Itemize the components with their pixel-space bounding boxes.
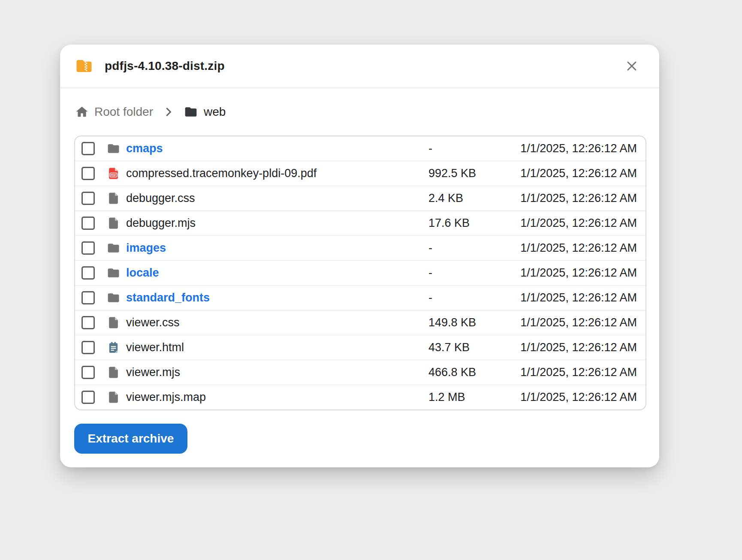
file-size: -: [428, 142, 520, 155]
folder-name-link[interactable]: images: [126, 241, 428, 255]
file-modified: 1/1/2025, 12:26:12 AM: [520, 266, 637, 280]
close-icon[interactable]: [624, 58, 639, 74]
row-checkbox[interactable]: [81, 366, 95, 379]
row-checkbox[interactable]: [81, 217, 95, 230]
file-size: 1.2 MB: [428, 391, 520, 404]
home-icon: [75, 105, 89, 119]
file-name: debugger.mjs: [126, 217, 428, 230]
row-checkbox[interactable]: [81, 316, 95, 329]
folder-name-link[interactable]: standard_fonts: [126, 291, 428, 304]
file-name: viewer.css: [126, 316, 428, 329]
row-checkbox[interactable]: [81, 167, 95, 180]
file-name: viewer.mjs.map: [126, 391, 428, 404]
row-checkbox[interactable]: [81, 241, 95, 255]
breadcrumb-root[interactable]: Root folder: [75, 105, 153, 119]
file-modified: 1/1/2025, 12:26:12 AM: [520, 316, 637, 329]
table-row: images - 1/1/2025, 12:26:12 AM: [75, 235, 645, 260]
file-name: viewer.html: [126, 341, 428, 354]
row-checkbox[interactable]: [81, 341, 95, 354]
pdf-file-icon: [107, 167, 120, 180]
file-size: -: [428, 266, 520, 280]
table-row: debugger.mjs 17.6 KB 1/1/2025, 12:26:12 …: [75, 211, 645, 235]
row-checkbox[interactable]: [81, 192, 95, 205]
breadcrumb: Root folder web: [60, 88, 659, 135]
table-row: viewer.html 43.7 KB 1/1/2025, 12:26:12 A…: [75, 335, 645, 360]
file-modified: 1/1/2025, 12:26:12 AM: [520, 341, 637, 354]
folder-icon: [107, 142, 120, 155]
file-size: 17.6 KB: [428, 217, 520, 230]
file-name: debugger.css: [126, 192, 428, 205]
file-icon: [107, 192, 120, 205]
file-size: -: [428, 291, 520, 304]
extract-archive-button[interactable]: Extract archive: [74, 424, 187, 454]
file-modified: 1/1/2025, 12:26:12 AM: [520, 366, 637, 379]
file-size: -: [428, 241, 520, 255]
row-checkbox[interactable]: [81, 291, 95, 304]
file-icon: [107, 391, 120, 404]
row-checkbox[interactable]: [81, 142, 95, 155]
row-checkbox[interactable]: [81, 391, 95, 404]
file-modified: 1/1/2025, 12:26:12 AM: [520, 291, 637, 304]
folder-icon: [107, 266, 120, 280]
file-size: 992.5 KB: [428, 167, 520, 180]
table-row: viewer.mjs.map 1.2 MB 1/1/2025, 12:26:12…: [75, 385, 645, 409]
folder-name-link[interactable]: locale: [126, 266, 428, 280]
file-icon: [107, 316, 120, 329]
html-file-icon: [107, 341, 120, 354]
zip-archive-icon: [74, 57, 94, 75]
table-row: locale - 1/1/2025, 12:26:12 AM: [75, 260, 645, 285]
file-size: 149.8 KB: [428, 316, 520, 329]
zip-viewer-dialog: pdfjs-4.10.38-dist.zip Root folder web: [60, 45, 659, 467]
file-icon: [107, 366, 120, 379]
file-modified: 1/1/2025, 12:26:12 AM: [520, 192, 637, 205]
breadcrumb-current: web: [184, 105, 226, 119]
file-size: 43.7 KB: [428, 341, 520, 354]
dialog-header: pdfjs-4.10.38-dist.zip: [60, 45, 659, 88]
table-row: compressed.tracemonkey-pldi-09.pdf 992.5…: [75, 161, 645, 186]
table-row: viewer.mjs 466.8 KB 1/1/2025, 12:26:12 A…: [75, 360, 645, 385]
table-row: debugger.css 2.4 KB 1/1/2025, 12:26:12 A…: [75, 186, 645, 211]
folder-name-link[interactable]: cmaps: [126, 142, 428, 155]
file-icon: [107, 217, 120, 230]
file-modified: 1/1/2025, 12:26:12 AM: [520, 217, 637, 230]
table-row: standard_fonts - 1/1/2025, 12:26:12 AM: [75, 285, 645, 310]
file-modified: 1/1/2025, 12:26:12 AM: [520, 167, 637, 180]
table-row: cmaps - 1/1/2025, 12:26:12 AM: [75, 136, 645, 161]
file-modified: 1/1/2025, 12:26:12 AM: [520, 391, 637, 404]
file-name: compressed.tracemonkey-pldi-09.pdf: [126, 167, 428, 180]
breadcrumb-current-label: web: [204, 105, 226, 119]
file-table: cmaps - 1/1/2025, 12:26:12 AM compressed…: [74, 135, 646, 410]
folder-icon: [107, 241, 120, 255]
archive-title: pdfjs-4.10.38-dist.zip: [105, 59, 225, 73]
breadcrumb-root-label: Root folder: [94, 105, 153, 119]
chevron-right-icon: [162, 105, 175, 118]
folder-icon: [107, 291, 120, 304]
file-size: 466.8 KB: [428, 366, 520, 379]
file-size: 2.4 KB: [428, 192, 520, 205]
file-modified: 1/1/2025, 12:26:12 AM: [520, 241, 637, 255]
row-checkbox[interactable]: [81, 266, 95, 280]
file-name: viewer.mjs: [126, 366, 428, 379]
file-modified: 1/1/2025, 12:26:12 AM: [520, 142, 637, 155]
folder-icon: [184, 105, 198, 119]
table-row: viewer.css 149.8 KB 1/1/2025, 12:26:12 A…: [75, 310, 645, 335]
